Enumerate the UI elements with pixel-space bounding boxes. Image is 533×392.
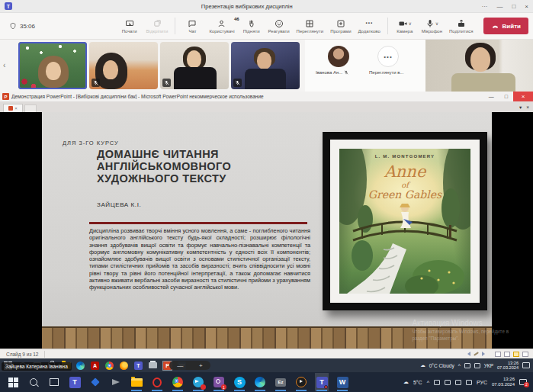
teams-button[interactable]: T <box>68 373 82 391</box>
ppt-status-bar: Слайд 9 из 12 <box>0 349 533 358</box>
zoom-out-icon[interactable]: — <box>177 362 183 369</box>
clock[interactable]: 13:26 07.03.2024 <box>497 361 519 371</box>
tray-expand-icon[interactable]: ^ <box>427 380 429 385</box>
overflow-panel: Іванова Ан... ••• Переглянути в... <box>305 40 425 92</box>
start-share-button[interactable]: Почати <box>120 18 140 34</box>
utility-app-button[interactable] <box>109 373 123 391</box>
chrome-button[interactable] <box>104 361 114 371</box>
zoom-control-overlay[interactable]: — + <box>169 361 210 370</box>
start-button[interactable] <box>6 373 20 391</box>
tabstrip-dropdown-icon[interactable]: ▾ <box>519 104 522 111</box>
language-indicator[interactable]: УКР <box>484 363 493 368</box>
camera-button[interactable]: ∨ Камера <box>395 18 415 34</box>
strip-prev-icon[interactable]: ‹ <box>3 61 5 69</box>
window-maximize-icon[interactable]: □ <box>512 3 515 10</box>
teams-button[interactable]: T <box>133 361 143 371</box>
viewer-taskbar: T 1 S Ez T W ☁ 5°C ^ РУС 13:26 07.03.202… <box>0 372 533 392</box>
tray-mic-icon[interactable] <box>445 380 451 385</box>
zoom-in-icon[interactable]: + <box>199 362 203 369</box>
shared-system-tray[interactable]: ☁ 0°C Cloudy ^ УКР 13:26 07.03.2024 <box>420 361 530 371</box>
file-explorer-button[interactable] <box>130 373 143 391</box>
ppt-close-button[interactable]: × <box>513 92 533 101</box>
prev-slide-icon[interactable] <box>467 352 470 356</box>
teams-icon: T <box>69 377 81 388</box>
mic-button[interactable]: ∨ Мікрофон <box>422 18 442 34</box>
edge-button[interactable] <box>253 373 267 391</box>
video-thumbnail[interactable] <box>160 42 229 89</box>
tray-volume-icon[interactable] <box>466 380 472 385</box>
video-thumbnail[interactable] <box>89 42 158 89</box>
sorter-view-icon[interactable] <box>504 352 510 357</box>
share-button[interactable]: Поділитися <box>449 18 474 34</box>
toolbar-divider <box>387 18 388 34</box>
ppt-empty-tab[interactable] <box>24 104 37 112</box>
tray-display-icon[interactable] <box>464 363 470 368</box>
next-slide-icon[interactable] <box>482 352 485 356</box>
mic-label: Мікрофон <box>422 29 442 34</box>
ppt-tab-strip: × ▾ × <box>0 101 533 112</box>
ppt-document-tab[interactable]: × <box>3 104 23 112</box>
view-all-button[interactable]: ••• <box>377 46 399 67</box>
blue-app-button[interactable] <box>88 373 102 391</box>
view-button[interactable]: Переглянути <box>297 18 324 34</box>
chrome-button[interactable] <box>171 373 185 391</box>
window-more-icon[interactable]: ··· <box>481 3 487 10</box>
ppt-window-title: Демонстрация PowerPoint - [Вибіркові дис… <box>11 94 481 99</box>
ez-app-button[interactable]: Ez <box>274 373 287 391</box>
notification-center-icon[interactable] <box>522 362 530 368</box>
apps-button[interactable]: Програми <box>330 18 351 34</box>
tabstrip-close-icon[interactable]: × <box>526 104 529 111</box>
camera-label: Камера <box>397 29 413 34</box>
participants-button[interactable]: 46 Користувачі <box>209 18 234 34</box>
normal-view-icon[interactable] <box>495 352 501 357</box>
skype-button[interactable]: S <box>233 373 246 391</box>
task-view-button[interactable] <box>47 373 61 391</box>
firefox-button[interactable] <box>119 361 129 371</box>
video-tile-presenter[interactable] <box>425 40 533 92</box>
more-button[interactable]: ··· Додатково <box>358 18 380 34</box>
search-button[interactable] <box>27 373 40 391</box>
window-minimize-icon[interactable]: — <box>496 3 502 10</box>
edge-button[interactable] <box>75 361 85 371</box>
mic-chevron-icon[interactable]: ∨ <box>435 21 438 26</box>
opera-button[interactable] <box>150 373 164 391</box>
meeting-timer: 35:06 <box>5 22 35 30</box>
viber-button[interactable]: 1 <box>212 373 226 391</box>
search-icon <box>30 378 37 386</box>
acrobat-button[interactable]: A <box>90 361 100 371</box>
video-thumbnail-speaker[interactable] <box>18 42 87 89</box>
telegram-button[interactable] <box>191 373 205 391</box>
reading-view-icon[interactable] <box>522 352 528 357</box>
notification-center[interactable]: 2 <box>519 379 527 386</box>
word-button[interactable]: W <box>336 373 349 391</box>
unpin-button[interactable]: Відкріпити <box>146 18 169 34</box>
window-close-icon[interactable]: × <box>525 3 528 10</box>
teams-meeting-button[interactable]: T <box>315 373 329 391</box>
tray-date: 07.03.2024 <box>492 382 515 387</box>
watermark-line2: Чтобы активировать Windows, перейдите в <box>412 329 509 334</box>
tray-display-icon[interactable] <box>455 380 461 385</box>
slideshow-view-icon[interactable] <box>513 352 519 357</box>
system-tray[interactable]: ☁ 5°C ^ РУС 13:26 07.03.2024 2 <box>403 377 527 387</box>
pen-tool-icon[interactable] <box>474 352 479 356</box>
printer-button[interactable] <box>148 361 158 371</box>
tab-close-icon[interactable]: × <box>14 106 18 111</box>
avatar[interactable] <box>328 46 349 67</box>
language-indicator[interactable]: РУС <box>477 380 487 385</box>
slide: ДЛЯ 3-ГО КУРСУ ДОМАШНЄ ЧИТАННЯ АНГЛІЙСЬК… <box>42 112 492 349</box>
ppt-restore-icon[interactable]: □ <box>499 94 513 99</box>
clock[interactable]: 13:26 07.03.2024 <box>492 377 515 387</box>
raise-hand-button[interactable]: Підняти <box>242 18 262 34</box>
tray-volume-icon[interactable] <box>474 363 480 368</box>
video-thumbnail[interactable] <box>231 42 300 89</box>
more-label: Додатково <box>358 29 380 34</box>
leave-button[interactable]: Вийти <box>483 18 528 34</box>
tray-screenshare-icon[interactable] <box>434 380 440 385</box>
react-button[interactable]: Реагувати <box>268 18 290 34</box>
camera-chevron-icon[interactable]: ∨ <box>409 21 412 26</box>
media-player-button[interactable] <box>294 373 308 391</box>
chat-button[interactable]: Чат <box>182 18 202 34</box>
ppt-minimize-icon[interactable]: — <box>483 94 499 99</box>
tray-expand-icon[interactable]: ^ <box>458 363 461 368</box>
shield-icon <box>9 22 17 30</box>
